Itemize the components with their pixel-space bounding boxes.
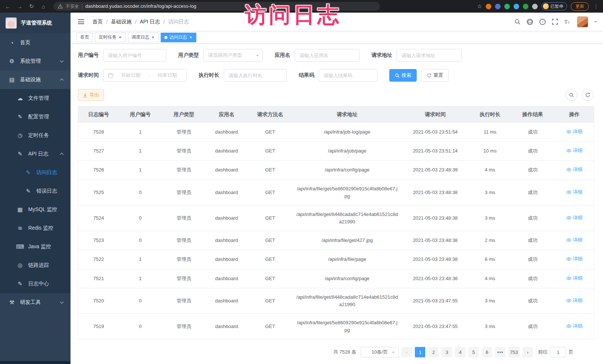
sidebar-item-access-log[interactable]: ✎访问日志 <box>0 163 71 182</box>
user-id-input[interactable] <box>108 53 161 58</box>
page-button-3[interactable]: 3 <box>442 347 452 357</box>
cell-user_id: 1 <box>119 142 162 161</box>
page-button-5[interactable]: 5 <box>468 347 479 357</box>
sidebar-item-mysql[interactable]: ▦MySQL 监控 <box>0 200 71 219</box>
browser-profile-badge[interactable]: 已暂停 <box>541 2 567 10</box>
cell-id: 7523 <box>78 231 119 250</box>
bookmark-star-icon[interactable]: ☆ <box>477 3 482 9</box>
page-button-6[interactable]: 6 <box>482 347 492 357</box>
sidebar-item-dev-tools[interactable]: ⚒研发工具 <box>0 293 71 312</box>
sidebar-item-config[interactable]: ✎配置管理 <box>0 108 71 126</box>
sidebar-item-java[interactable]: ⌨Java 监控 <box>0 237 71 256</box>
prev-page-button[interactable]: ‹ <box>402 347 412 357</box>
detail-link[interactable]: 详细 <box>566 128 583 135</box>
detail-link[interactable]: 详细 <box>566 214 583 222</box>
page-button-1[interactable]: 1 <box>415 347 425 357</box>
result-code-input[interactable] <box>324 73 373 78</box>
extension-icon[interactable] <box>495 4 501 9</box>
user-type-select[interactable]: 请选择用户类型 <box>203 49 263 62</box>
reset-button[interactable]: 重置 <box>421 69 449 82</box>
close-icon[interactable]: × <box>189 35 193 40</box>
detail-link[interactable]: 详细 <box>566 166 583 173</box>
browser-back-button[interactable]: ← <box>4 3 12 10</box>
page-button-753[interactable]: 753 <box>508 347 520 357</box>
breadcrumb-item[interactable]: API 日志 <box>140 19 160 25</box>
extension-icon[interactable] <box>514 4 519 9</box>
sidebar-item-system[interactable]: ⚙系统管理 <box>0 52 71 70</box>
cell-method: GET <box>247 180 294 205</box>
detail-link[interactable]: 详细 <box>566 147 583 154</box>
detail-link[interactable]: 详细 <box>566 188 583 196</box>
chevron-down-icon[interactable] <box>594 21 597 24</box>
sidebar-item-trace[interactable]: ◎链路追踪 <box>0 256 71 275</box>
user-avatar[interactable] <box>577 16 588 27</box>
font-size-icon[interactable]: TT <box>564 19 571 25</box>
address-bar[interactable]: 不安全 dashboard.yudao.iocoder.cn/infra/log… <box>53 2 380 11</box>
export-button[interactable]: 导出 <box>78 89 104 101</box>
tag-调度日志[interactable]: 调度日志× <box>128 33 159 42</box>
fullscreen-icon[interactable] <box>552 19 558 25</box>
tag-访问日志[interactable]: 访问日志× <box>161 33 196 42</box>
sidebar-item-api-log[interactable]: ✎API 日志 <box>0 145 71 163</box>
duration-input[interactable] <box>229 73 282 78</box>
app-logo[interactable]: 芋道管理系统 <box>0 13 71 33</box>
extension-icon[interactable] <box>523 4 528 9</box>
detail-link[interactable]: 详细 <box>566 255 583 263</box>
cell-app: dashboard <box>206 123 247 142</box>
cell-action: 详细 <box>555 123 594 142</box>
search-icon[interactable] <box>514 19 521 25</box>
cell-url: /api/infra/config/page <box>294 269 401 288</box>
sidebar-item-infra[interactable]: ▤基础设施 <box>0 70 71 89</box>
detail-link[interactable]: 详细 <box>566 297 583 304</box>
detail-link[interactable]: 详细 <box>566 275 583 282</box>
breadcrumb-item[interactable]: 首页 <box>92 19 103 25</box>
cell-action: 详细 <box>555 231 594 250</box>
app-name-input[interactable] <box>299 53 355 58</box>
toggle-search-button[interactable] <box>566 89 577 101</box>
request-url-input[interactable] <box>402 53 457 58</box>
extension-icon[interactable] <box>504 4 510 9</box>
next-page-button[interactable]: › <box>522 347 533 357</box>
cell-id: 7520 <box>78 288 119 314</box>
detail-link[interactable]: 详细 <box>566 236 583 244</box>
sidebar-item-file[interactable]: ☁文件管理 <box>0 89 71 108</box>
github-icon[interactable] <box>527 19 533 25</box>
browser-home-button[interactable]: ⌂ <box>39 3 47 10</box>
more-pages-icon[interactable]: ••• <box>495 347 505 357</box>
extension-icon[interactable] <box>532 4 538 9</box>
page-content: 用户编号 用户类型 请选择用户类型 应用名 <box>71 44 603 364</box>
sidebar-item-redis[interactable]: ≋Redis 监控 <box>0 219 71 237</box>
sidebar-item-log-center[interactable]: ✎日志中心 <box>0 275 71 293</box>
sidebar-item-job[interactable]: ◷定时任务 <box>0 126 71 145</box>
detail-link[interactable]: 详细 <box>566 322 583 330</box>
search-button[interactable]: 搜索 <box>389 69 417 82</box>
close-icon[interactable]: × <box>118 35 122 40</box>
extension-icon[interactable] <box>486 4 491 9</box>
tag-首页[interactable]: 首页 <box>76 33 93 42</box>
refresh-table-button[interactable] <box>582 89 594 101</box>
browser-forward-button[interactable]: → <box>16 3 24 10</box>
docs-question-icon[interactable]: ? <box>539 19 546 25</box>
sidebar-item-home[interactable]: ◔首页 <box>0 33 71 52</box>
cell-url: /api/infra/job/page <box>294 142 401 161</box>
app-name-input-wrap <box>295 49 360 62</box>
page-button-2[interactable]: 2 <box>428 347 439 357</box>
browser-reload-button[interactable]: ↻ <box>27 3 36 10</box>
hamburger-icon[interactable] <box>76 18 86 26</box>
filter-label: 请求地址 <box>371 52 392 59</box>
request-url-input-wrap <box>397 49 462 62</box>
tag-定时任务[interactable]: 定时任务× <box>95 33 126 42</box>
column-header: 操作 <box>555 106 594 123</box>
detail-link-label: 详细 <box>573 166 583 173</box>
request-time-daterange[interactable]: 开始日期 - 结束日期 <box>103 69 187 82</box>
browser-menu-icon[interactable]: ⋮ <box>593 3 599 9</box>
breadcrumb-item[interactable]: 基础设施 <box>111 19 132 25</box>
page-button-4[interactable]: 4 <box>455 347 465 357</box>
page-size-select[interactable]: 10条/页 <box>361 347 399 357</box>
cell-user_id: 1 <box>119 269 162 288</box>
browser-update-button[interactable]: 更新 <box>571 2 589 11</box>
active-tag-dot <box>164 36 167 39</box>
sidebar-item-error-log[interactable]: ✎错误日志 <box>0 182 71 200</box>
jump-page-input[interactable] <box>550 347 566 357</box>
close-icon[interactable]: × <box>151 35 155 40</box>
